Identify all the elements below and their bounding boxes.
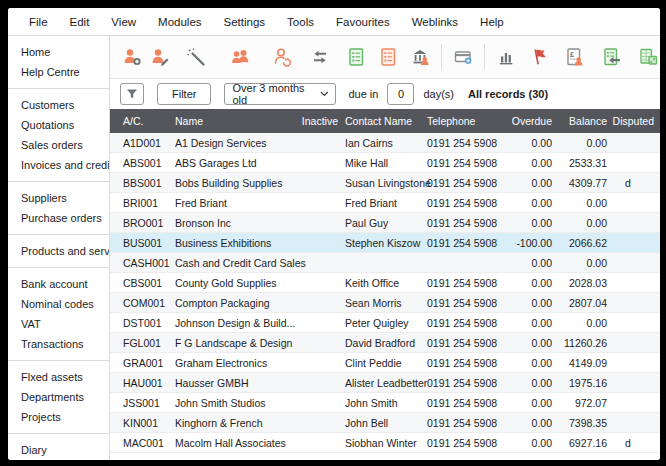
table-row[interactable]: HAU001 Hausser GMBH Alister Leadbetter 0… bbox=[110, 373, 660, 393]
table-row[interactable]: GRA001 Graham Electronics Clint Peddie 0… bbox=[110, 353, 660, 373]
sidebar-item[interactable]: VAT bbox=[8, 314, 109, 334]
sidebar-item[interactable]: Invoices and credits bbox=[8, 155, 109, 175]
column-header[interactable]: Overdue bbox=[498, 115, 552, 127]
table-row[interactable]: JSS001 John Smith Studios John Smith 019… bbox=[110, 393, 660, 413]
menu-item[interactable]: Favourites bbox=[325, 16, 401, 28]
cell-overdue: 0.00 bbox=[498, 157, 552, 169]
cell-overdue: 0.00 bbox=[498, 417, 552, 429]
cell-contact: Fred Briant bbox=[338, 197, 420, 209]
cell-overdue: 0.00 bbox=[498, 337, 552, 349]
sidebar-item[interactable]: Departments bbox=[8, 387, 109, 407]
table-row[interactable]: MAC001 Macolm Hall Associates Siobhan Wi… bbox=[110, 433, 660, 453]
column-header[interactable]: Telephone bbox=[420, 115, 498, 127]
edit-customer-icon[interactable] bbox=[148, 45, 172, 69]
menu-item[interactable]: Modules bbox=[147, 16, 212, 28]
sidebar-item[interactable]: Bank account bbox=[8, 267, 109, 294]
bank-customer-icon[interactable] bbox=[408, 45, 432, 69]
cell-name: Graham Electronics bbox=[175, 357, 293, 369]
transfer-icon[interactable] bbox=[308, 45, 332, 69]
cell-telephone: 0191 254 5908 bbox=[420, 357, 498, 369]
cell-overdue: 0.00 bbox=[498, 437, 552, 449]
sidebar-item[interactable]: Flxed assets bbox=[8, 360, 109, 387]
table-row[interactable]: BBS001 Bobs Building Supplies Susan Livi… bbox=[110, 173, 660, 193]
cell-account: KIN001 bbox=[110, 417, 175, 429]
sidebar-item[interactable]: Transactions bbox=[8, 334, 109, 354]
cell-overdue: 0.00 bbox=[498, 277, 552, 289]
sidebar-item[interactable]: Sales orders bbox=[8, 135, 109, 155]
cell-balance: 4309.77 bbox=[552, 177, 607, 189]
table-row[interactable]: FGL001 F G Landscape & Design David Brad… bbox=[110, 333, 660, 353]
cell-overdue: 0.00 bbox=[498, 297, 552, 309]
filter-button[interactable]: Filter bbox=[157, 83, 211, 105]
customer-group-icon[interactable] bbox=[228, 45, 252, 69]
cell-disputed: d bbox=[607, 177, 660, 189]
column-header[interactable]: Balance bbox=[552, 115, 607, 127]
cell-balance: 2533.31 bbox=[552, 157, 607, 169]
card-payment-icon[interactable] bbox=[451, 45, 475, 69]
cell-account: BUS001 bbox=[110, 237, 175, 249]
age-filter-dropdown[interactable]: Over 3 months old bbox=[224, 83, 336, 105]
wizard-icon[interactable] bbox=[184, 45, 208, 69]
cell-account: BBS001 bbox=[110, 177, 175, 189]
menu-item[interactable]: Edit bbox=[59, 16, 101, 28]
table-row[interactable]: COM001 Compton Packaging Sean Morris 019… bbox=[110, 293, 660, 313]
column-header[interactable]: Disputed bbox=[607, 115, 660, 127]
cell-balance: 2028.03 bbox=[552, 277, 607, 289]
report-icon[interactable] bbox=[636, 45, 660, 69]
cell-contact: Clint Peddie bbox=[338, 357, 420, 369]
cell-name: Cash and Credit Card Sales bbox=[175, 257, 293, 269]
column-header[interactable]: Name bbox=[175, 115, 293, 127]
chevron-down-icon bbox=[320, 91, 329, 97]
table-row[interactable]: ABS001 ABS Garages Ltd Mike Hall 0191 25… bbox=[110, 153, 660, 173]
table-row[interactable]: KIN001 Kinghorn & French John Bell 0191 … bbox=[110, 413, 660, 433]
menu-item[interactable]: File bbox=[18, 16, 59, 28]
sidebar-item[interactable]: Help Centre bbox=[8, 62, 109, 82]
column-header[interactable]: A/C. bbox=[110, 115, 175, 127]
cell-account: BRI001 bbox=[110, 197, 175, 209]
credit-list-icon[interactable] bbox=[376, 45, 400, 69]
cell-contact: Sean Morris bbox=[338, 297, 420, 309]
sidebar-item[interactable]: Suppliers bbox=[8, 181, 109, 208]
sidebar-item[interactable]: Nominal codes bbox=[8, 294, 109, 314]
sidebar-item[interactable]: Customers bbox=[8, 88, 109, 115]
funnel-icon bbox=[125, 87, 139, 101]
table-row[interactable]: BUS001 Business Exhibitions Stephen Kisz… bbox=[110, 233, 660, 253]
age-filter-value: Over 3 months old bbox=[232, 82, 319, 106]
days-input[interactable] bbox=[387, 83, 414, 105]
column-header[interactable]: Contact Name bbox=[338, 115, 420, 127]
menu-item[interactable]: Tools bbox=[276, 16, 325, 28]
cell-balance: 972.07 bbox=[552, 397, 607, 409]
menu-item[interactable]: Help bbox=[469, 16, 515, 28]
cell-contact: John Bell bbox=[338, 417, 420, 429]
cell-name: A1 Design Services bbox=[175, 137, 293, 149]
menu-item[interactable]: Weblinks bbox=[401, 16, 469, 28]
sidebar-item[interactable]: Quotations bbox=[8, 115, 109, 135]
sidebar-item[interactable]: Purchase orders bbox=[8, 208, 109, 228]
flag-icon[interactable] bbox=[527, 45, 551, 69]
statement-icon[interactable]: £ bbox=[562, 45, 586, 69]
chart-icon[interactable] bbox=[494, 45, 518, 69]
column-header[interactable]: Inactive bbox=[293, 115, 338, 127]
table-row[interactable]: CASH001 Cash and Credit Card Sales 0.00 … bbox=[110, 253, 660, 273]
cell-name: Bobs Building Supplies bbox=[175, 177, 293, 189]
import-icon[interactable] bbox=[599, 45, 623, 69]
sidebar-item[interactable]: Projects bbox=[8, 407, 109, 427]
sidebar-item[interactable]: Diary bbox=[8, 433, 109, 460]
customer-refresh-icon[interactable] bbox=[270, 45, 294, 69]
table-row[interactable]: BRO001 Bronson Inc Paul Guy 0191 254 590… bbox=[110, 213, 660, 233]
funnel-filter-button[interactable] bbox=[120, 83, 144, 105]
table-row[interactable]: CBS001 County Gold Supplies Keith Office… bbox=[110, 273, 660, 293]
table-row[interactable]: BRI001 Fred Briant Fred Briant 0191 254 … bbox=[110, 193, 660, 213]
cell-overdue: -100.00 bbox=[498, 237, 552, 249]
cell-telephone: 0191 254 5908 bbox=[420, 377, 498, 389]
cell-name: Hausser GMBH bbox=[175, 377, 293, 389]
menu-item[interactable]: View bbox=[100, 16, 147, 28]
add-customer-icon[interactable] bbox=[120, 45, 144, 69]
sidebar-item[interactable]: Products and services bbox=[8, 234, 109, 261]
sidebar-item[interactable]: Home bbox=[8, 42, 109, 62]
menu-item[interactable]: Settings bbox=[213, 16, 277, 28]
table-row[interactable]: DST001 Johnson Design & Build... Peter Q… bbox=[110, 313, 660, 333]
records-count-label: All records (30) bbox=[468, 88, 548, 100]
table-row[interactable]: A1D001 A1 Design Services Ian Cairns 019… bbox=[110, 133, 660, 153]
invoice-list-icon[interactable] bbox=[344, 45, 368, 69]
